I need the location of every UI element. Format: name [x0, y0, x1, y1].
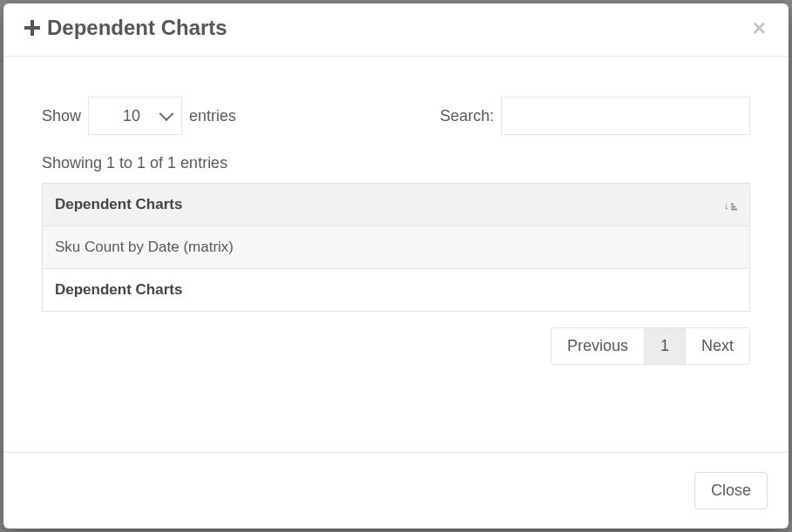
search-label: Search: [440, 107, 494, 125]
length-prefix-label: Show [42, 107, 81, 125]
modal-close-button[interactable]: × [749, 17, 769, 39]
modal-title-wrap: Dependent Charts [23, 16, 227, 40]
pagination-group: Previous 1 Next [551, 327, 750, 365]
pagination-previous-button[interactable]: Previous [552, 328, 644, 364]
modal-footer: Close [3, 452, 789, 529]
length-select[interactable]: 10 [88, 97, 182, 135]
modal-body: Show 10 entries Search: Showing 1 to 1 o… [3, 57, 789, 452]
sort-asc-icon: ↓ [724, 199, 738, 211]
cell-dependent-chart-name: Sku Count by Date (matrix) [43, 226, 750, 269]
length-suffix-label: entries [189, 107, 236, 125]
column-footer-dependent-charts: Dependent Charts [43, 269, 750, 312]
modal-title: Dependent Charts [47, 16, 227, 40]
length-select-wrap: 10 [88, 97, 182, 135]
table-controls: Show 10 entries Search: [42, 97, 750, 135]
search-input[interactable] [501, 97, 750, 135]
table-info: Showing 1 to 1 of 1 entries [42, 154, 750, 172]
column-header-label: Dependent Charts [55, 196, 182, 212]
table-row: Sku Count by Date (matrix) [43, 226, 750, 269]
plus-icon [23, 18, 42, 37]
pagination-page-1-button[interactable]: 1 [644, 328, 685, 364]
dependent-charts-modal: Dependent Charts × Show 10 entries Searc… [3, 3, 789, 529]
pagination-next-button[interactable]: Next [685, 328, 749, 364]
close-button[interactable]: Close [694, 472, 768, 509]
search-control: Search: [440, 97, 750, 135]
dependent-charts-table: Dependent Charts ↓ Sku Count by Date (ma… [42, 183, 750, 312]
column-header-dependent-charts[interactable]: Dependent Charts ↓ [43, 184, 750, 226]
length-control: Show 10 entries [42, 97, 236, 135]
modal-header: Dependent Charts × [3, 3, 789, 57]
svg-rect-1 [24, 26, 40, 30]
pagination: Previous 1 Next [42, 327, 750, 365]
table-header-row: Dependent Charts ↓ [43, 184, 750, 226]
table-footer-row: Dependent Charts [43, 269, 750, 312]
